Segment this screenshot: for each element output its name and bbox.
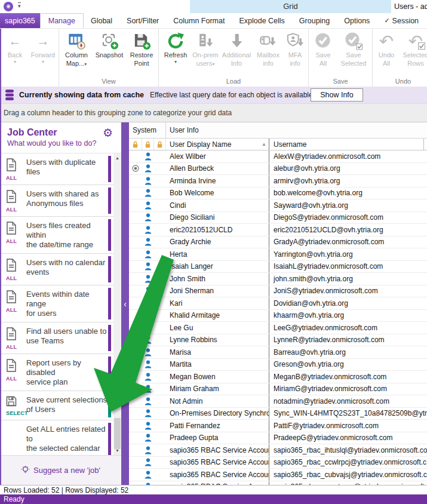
mfa-info-button[interactable]: MFA info	[283, 29, 307, 67]
table-row[interactable]: eric20210512UCLD eric20210512UCLD@ovh.yt…	[129, 224, 427, 236]
user-icon	[145, 434, 152, 442]
table-row[interactable]: Allen Burbeck alebur@ovh.ytria.org	[129, 163, 427, 176]
table-row[interactable]: Isaiah Langer IsaiahL@ytriadev.onmicroso…	[129, 261, 427, 273]
job-item-label: Find all users unable to use Teams	[26, 326, 107, 350]
table-row[interactable]: Lynne Robbins LynneR@ytriadev.onmicrosof…	[129, 334, 427, 347]
job-list-scrollbar[interactable]: ▲ ▼	[113, 153, 121, 455]
cell-username: PattiF@ytriadev.onmicrosoft.com	[269, 420, 427, 432]
cache-info-bar: Currently showing data from cache Effect…	[0, 87, 427, 103]
user-icon	[145, 348, 152, 357]
job-scope-badge: ALL	[6, 275, 17, 281]
user-icon	[145, 360, 152, 368]
ribbon-tab[interactable]: Options	[337, 13, 377, 28]
table-row[interactable]: Khalid Armitage khaarm@ovh.ytria.org	[129, 310, 427, 322]
refresh-icon	[166, 31, 185, 51]
job-item[interactable]: ALL Report users by disabled service pla…	[0, 354, 113, 391]
show-info-button[interactable]: Show Info	[311, 88, 363, 102]
job-item[interactable]: ALL Users with duplicate files	[0, 153, 113, 185]
job-item[interactable]: SELECT Save current selections of Users	[0, 391, 113, 420]
ribbon-tab[interactable]: Grouping	[292, 13, 337, 28]
ribbon-tab[interactable]: Explode Cells	[232, 13, 291, 28]
undo-selected-rows-button[interactable]: ↶ Selected Rows	[399, 29, 427, 67]
ribbon-tab[interactable]: sapio365	[0, 13, 40, 28]
job-item[interactable]: ALL Users with shared as Anonymous files	[0, 185, 113, 217]
restore-point-button[interactable]: Restore Point	[126, 29, 157, 67]
additional-info-button[interactable]: Additional Info	[220, 29, 253, 67]
collapse-panel-icon[interactable]: ‹	[124, 300, 127, 308]
gear-icon[interactable]: ⚙	[103, 127, 113, 139]
grouping-drop-zone[interactable]: Drag a column header to this grouping zo…	[0, 103, 427, 122]
table-row[interactable]: Lee Gu LeeG@ytriadev.onmicrosoft.com	[129, 322, 427, 334]
scroll-up-icon[interactable]: ▲	[113, 153, 121, 162]
quick-access-caret-icon[interactable]: ▾	[18, 2, 21, 10]
table-row[interactable]: Herta Yarrington@ovh.ytria.org	[129, 248, 427, 261]
job-item[interactable]: ALL Find all users unable to use Teams	[0, 322, 113, 354]
user-icon	[145, 373, 152, 381]
table-row[interactable]: Cindi Sayward@ovh.ytria.org	[129, 199, 427, 212]
scrollbar-thumb[interactable]	[114, 418, 121, 449]
table-row[interactable]: Martita Greson@ovh.ytria.org	[129, 359, 427, 371]
job-item[interactable]: ALL Users with no calendar events	[0, 254, 113, 285]
save-all-button[interactable]: Save All	[310, 29, 336, 67]
window-title: Grid	[190, 0, 391, 13]
ready-status-bar: Ready	[0, 494, 427, 504]
table-row[interactable]: Arminda Irvine armirv@ovh.ytria.org	[129, 175, 427, 188]
forward-button[interactable]: → Forward ▾	[29, 29, 57, 64]
job-item[interactable]: ALL Users files created within the date/…	[0, 217, 113, 254]
onprem-users-button[interactable]: On-prem users▾	[191, 29, 220, 67]
job-item-label: Users files created within the date/time…	[26, 220, 107, 250]
table-row[interactable]: John Smith john.smith@ovh.ytria.org	[129, 273, 427, 285]
table-row[interactable]: Miriam Graham MiriamG@ytriadev.onmicroso…	[129, 383, 427, 396]
save-selected-icon	[344, 31, 363, 51]
ribbon-tab[interactable]: Manage	[40, 13, 84, 28]
table-row[interactable]: sapio365 RBAC Service Account sapio365_r…	[129, 481, 427, 485]
table-row[interactable]: Grady Archie GradyA@ytriadev.onmicrosoft…	[129, 236, 427, 249]
lock-column-header[interactable]	[129, 139, 142, 150]
table-row[interactable]: sapio365 RBAC Service Account sapio365_r…	[129, 457, 427, 469]
ribbon-tab[interactable]: Global	[84, 13, 119, 28]
cell-display-name: Khalid Armitage	[166, 310, 269, 322]
table-row[interactable]: Marisa Barreau@ovh.ytria.org	[129, 346, 427, 359]
job-item[interactable]: ALL Events within date range for users	[0, 285, 113, 322]
column-map-button[interactable]: Column Map...▾	[60, 29, 93, 67]
table-row[interactable]: Diego Siciliani DiegoS@ytriadev.onmicros…	[129, 212, 427, 225]
undo-all-button[interactable]: ↶ Undo All	[374, 29, 399, 67]
ribbon-tab[interactable]: ✓ Session	[377, 13, 426, 28]
suggest-job-footer[interactable]: Suggest a new 'job'	[0, 455, 121, 485]
document-icon	[6, 290, 17, 306]
main-content: Job Center What would you like to do? ⚙ …	[0, 122, 427, 485]
ribbon-tab[interactable]: Column Format	[166, 13, 232, 28]
cell-display-name: Martita	[166, 359, 269, 371]
group-header-user-info[interactable]: User Info	[166, 122, 427, 138]
table-row[interactable]: Bob Welcome bob.welcome@ovh.ytria.org	[129, 188, 427, 200]
window-left-border	[0, 29, 1, 485]
table-row[interactable]: Joni Sherman JoniS@ytriadev.onmicrosoft.…	[129, 285, 427, 298]
refresh-button[interactable]: Refresh ▾	[160, 29, 191, 64]
table-row[interactable]: On-Premises Directory Synchron Sync_WIN-…	[129, 408, 427, 420]
table-row[interactable]: Patti Fernandez PattiF@ytriadev.onmicros…	[129, 420, 427, 432]
save-selected-button[interactable]: Save Selected	[336, 29, 371, 67]
column-header-display-name[interactable]: User Display Name ▲	[166, 139, 269, 150]
cell-username: Barreau@ovh.ytria.org	[269, 346, 427, 358]
table-row[interactable]: Kari Dovidian@ovh.ytria.org	[129, 297, 427, 310]
mailbox-info-button[interactable]: Mailbox info	[253, 29, 283, 67]
table-row[interactable]: Pradeep Gupta PradeepG@ytriadev.onmicros…	[129, 432, 427, 445]
job-item[interactable]: Get ALL entries related to the selected …	[0, 420, 113, 455]
column-header-username[interactable]: Username	[269, 139, 424, 150]
snapshot-button[interactable]: Snapshot	[93, 29, 126, 60]
user-icon	[145, 311, 152, 319]
table-row[interactable]: Alex Wilber AlexW@ytriadev.onmicrosoft.c…	[129, 150, 427, 163]
grid-column-headers: User Display Name ▲ Username	[129, 139, 427, 150]
group-header-system[interactable]: System	[129, 122, 166, 138]
table-row[interactable]: sapio365 RBAC Service Account sapio365_r…	[129, 444, 427, 457]
back-button[interactable]: ← Back ▾	[1, 29, 29, 64]
job-item-label: Report users by disabled service plan	[26, 358, 107, 387]
table-row[interactable]: Megan Bowen MeganB@ytriadev.onmicrosoft.…	[129, 371, 427, 383]
lock-column-header[interactable]	[154, 139, 166, 150]
table-row[interactable]: Not Admin notadmin@ytriadev.onmicrosoft.…	[129, 395, 427, 408]
lock-column-header[interactable]	[142, 139, 154, 150]
app-icon[interactable]: ❋	[4, 2, 13, 11]
ribbon-tab[interactable]: Sort/Filter	[119, 13, 166, 28]
table-row[interactable]: sapio365 RBAC Service Account sapio365_r…	[129, 469, 427, 481]
job-item-label: Save current selections of Users	[26, 395, 107, 416]
